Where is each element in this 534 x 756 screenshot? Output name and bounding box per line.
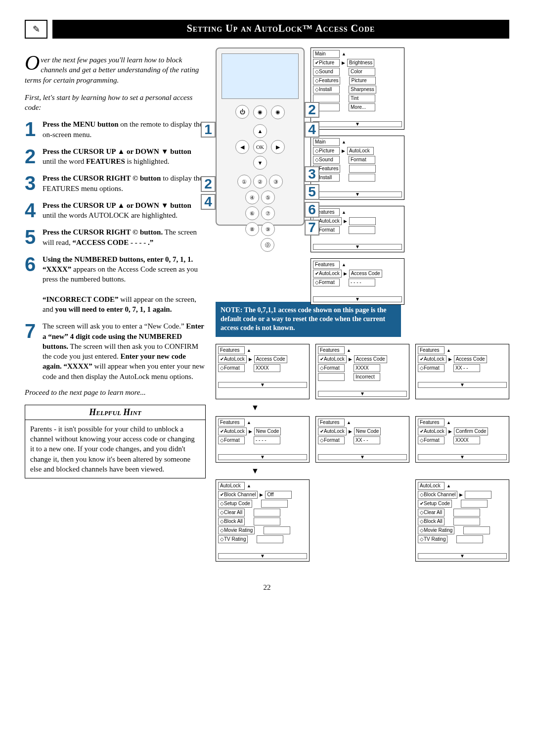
remote-numpad-button: ③ — [269, 175, 283, 189]
intro-paragraph-2: First, let's start by learning how to se… — [25, 93, 206, 113]
remote-button: ◉ — [253, 105, 267, 119]
step-text: Press the CURSOR RIGHT © button. The scr… — [43, 227, 206, 247]
callout-7: 7 — [305, 220, 319, 236]
callout-5: 5 — [305, 184, 319, 200]
step-text: Using the NUMBERED buttons, enter 0, 7, … — [43, 254, 206, 315]
dropcap: O — [25, 55, 41, 71]
step-text: Press the MENU button on the remote to d… — [43, 119, 206, 140]
callout-2: 2 — [201, 176, 216, 192]
remote-numpad-button: ⑦ — [261, 206, 275, 220]
remote-numpad-button: ⓪ — [261, 238, 274, 252]
remote-button: ◉ — [271, 105, 285, 119]
step-6: 6Using the NUMBERED buttons, enter 0, 7,… — [25, 254, 206, 315]
page-header: ✎ Setting Up an AutoLock™ Access Code — [25, 20, 509, 39]
osd-features-1: Features▲✔AutoLock▶◇Format▼ — [311, 206, 404, 252]
osd-new-code-1: Features▲✔AutoLock▶New Code◇Format- - - … — [216, 416, 310, 463]
remote-numpad-button: ⑨ — [261, 222, 275, 236]
page-title: Setting Up an AutoLock™ Access Code — [52, 20, 509, 39]
remote-ok: OK — [253, 140, 267, 154]
step-4: 4Press the CURSOR UP ▲ or DOWN ▼ button … — [25, 200, 206, 221]
step-7: 7The screen will ask you to enter a “New… — [25, 321, 206, 381]
proceed-text: Proceed to the next page to learn more..… — [25, 388, 206, 397]
remote-cursor-right: ▶ — [271, 140, 285, 154]
remote-cursor-up: ▲ — [253, 124, 267, 138]
step-number: 1 — [25, 119, 43, 140]
remote-numpad-button: ④ — [245, 190, 259, 204]
step-number: 3 — [25, 173, 43, 193]
instruction-column: O ver the next few pages you'll learn ho… — [25, 47, 206, 568]
osd-features-xxxx: Features▲✔AutoLock▶Access Code◇FormatXXX… — [216, 344, 310, 399]
figure-column: ⏻ ◉ ◉ ▲ ◀ OK ▶ ▼ ①②③④⑤⑥⑦⑧⑨⓪ 1 2 4 — [216, 47, 509, 568]
osd-main-2: Main▲◇Picture▶AutoLock◇SoundFormat✔Featu… — [311, 136, 404, 200]
remote-numpad-button: ② — [253, 175, 267, 189]
header-icon: ✎ — [25, 20, 47, 39]
callout-2b: 2 — [305, 102, 319, 118]
step-number: 7 — [25, 321, 43, 381]
flow-arrow-icon: ▼ — [240, 467, 270, 475]
remote-power-button: ⏻ — [235, 105, 249, 119]
step-text: Press the CURSOR RIGHT © button to displ… — [43, 173, 206, 193]
callout-6: 6 — [305, 202, 319, 218]
remote-cursor-down: ▼ — [253, 156, 267, 170]
osd-autolock-2: AutoLock▲◇Block Channel▶✔Setup Code◇Clea… — [415, 479, 509, 562]
osd-new-code-2: Features▲✔AutoLock▶New Code◇FormatXX - -… — [315, 416, 409, 463]
intro-paragraph-1: O ver the next few pages you'll learn ho… — [25, 55, 206, 85]
step-text: Press the CURSOR UP ▲ or DOWN ▼ button u… — [43, 146, 206, 167]
callout-4: 4 — [201, 194, 216, 210]
step-3: 3Press the CURSOR RIGHT © button to disp… — [25, 173, 206, 193]
hint-body: Parents - it isn't possible for your chi… — [25, 420, 205, 478]
remote-screen — [222, 53, 299, 99]
remote-control-illustration: ⏻ ◉ ◉ ▲ ◀ OK ▶ ▼ ①②③④⑤⑥⑦⑧⑨⓪ — [216, 47, 305, 226]
step-text: The screen will ask you to enter a “New … — [43, 321, 206, 381]
callout-3: 3 — [305, 166, 319, 182]
osd-main-1: Main▲✔Picture▶Brightness◇SoundColor◇Feat… — [311, 47, 404, 130]
step-1: 1Press the MENU button on the remote to … — [25, 119, 206, 140]
step-5: 5Press the CURSOR RIGHT © button. The sc… — [25, 227, 206, 247]
step-number: 4 — [25, 200, 43, 221]
remote-cursor-left: ◀ — [235, 140, 249, 154]
step-number: 6 — [25, 254, 43, 315]
step-number: 5 — [25, 227, 43, 247]
helpful-hint-box: Helpful Hint Parents - it isn't possible… — [25, 405, 206, 478]
hint-title: Helpful Hint — [25, 405, 205, 420]
osd-features-incorrect: Features▲✔AutoLock▶Access Code◇FormatXXX… — [315, 344, 409, 399]
osd-features-xx: Features▲✔AutoLock▶Access Code◇FormatXX … — [415, 344, 509, 399]
remote-numpad-button: ⑤ — [261, 190, 275, 204]
note-box: NOTE: The 0,7,1,1 access code shown on t… — [216, 302, 401, 337]
intro-text-1: ver the next few pages you'll learn how … — [25, 56, 199, 84]
step-text: Press the CURSOR UP ▲ or DOWN ▼ button u… — [43, 200, 206, 221]
flow-arrow-icon: ▼ — [240, 403, 270, 412]
osd-autolock-1: AutoLock▲✔Block Channel▶Off◇Setup Code◇C… — [216, 479, 310, 562]
remote-numpad-button: ① — [237, 175, 251, 189]
osd-features-access: Features▲✔AutoLock▶Access Code◇Format- -… — [311, 258, 404, 305]
callout-4b: 4 — [305, 122, 319, 138]
step-number: 2 — [25, 146, 43, 167]
callout-1: 1 — [201, 122, 216, 138]
osd-confirm-code: Features▲✔AutoLock▶Confirm Code◇FormatXX… — [415, 416, 509, 463]
remote-numpad-button: ⑧ — [245, 222, 259, 236]
remote-numpad-button: ⑥ — [245, 206, 259, 220]
page-number: 22 — [25, 583, 509, 592]
step-2: 2Press the CURSOR UP ▲ or DOWN ▼ button … — [25, 146, 206, 167]
